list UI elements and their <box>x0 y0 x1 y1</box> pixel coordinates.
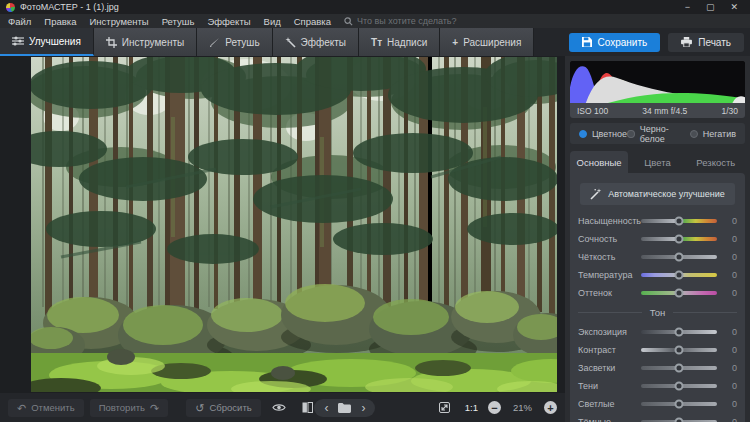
tab-retouch[interactable]: Ретушь <box>197 28 272 56</box>
auto-enhance-label: Автоматическое улучшение <box>608 189 724 199</box>
shadows-slider[interactable] <box>641 384 717 388</box>
tab-effects[interactable]: Эффекты <box>273 28 359 56</box>
panel-tab-basic[interactable]: Основные <box>570 151 628 173</box>
zoom-in-button[interactable]: + <box>544 401 557 414</box>
mode-negative[interactable]: Негатив <box>690 129 736 139</box>
slider-value: 0 <box>717 216 737 226</box>
prev-photo-button[interactable]: ‹ <box>324 401 328 415</box>
slider-value: 0 <box>717 252 737 262</box>
zoom-percent-value[interactable]: 21% <box>513 402 532 413</box>
tab-captions[interactable]: Tт Надписи <box>359 28 440 56</box>
vibrance-slider[interactable] <box>641 237 717 241</box>
slider-shadows: Тени 0 <box>578 378 737 393</box>
search-input[interactable] <box>357 16 517 26</box>
mode-color[interactable]: Цветное <box>579 129 627 139</box>
photo-preview <box>31 57 557 392</box>
folder-icon[interactable] <box>338 403 351 413</box>
slider-knob[interactable] <box>675 288 684 297</box>
panel-tab-sharpness[interactable]: Резкость <box>687 151 745 173</box>
radio-icon <box>690 130 698 138</box>
slider-label: Насыщенность <box>578 216 641 226</box>
save-button[interactable]: Сохранить <box>569 33 661 52</box>
menu-file[interactable]: Файл <box>8 16 31 27</box>
slider-label: Светлые <box>578 399 641 409</box>
menu-edit[interactable]: Правка <box>44 16 76 27</box>
menu-retouch[interactable]: Ретушь <box>162 16 195 27</box>
right-panel: ISO 100 34 mm f/4.5 1/30 Цветное Черно-б… <box>565 56 750 422</box>
slider-knob[interactable] <box>675 216 684 225</box>
close-icon[interactable]: ✕ <box>730 0 738 14</box>
print-button[interactable]: Печать <box>668 33 744 52</box>
iso-value: ISO 100 <box>577 106 608 116</box>
text-icon: Tт <box>371 37 382 48</box>
slider-knob[interactable] <box>675 399 684 408</box>
slider-knob[interactable] <box>675 327 684 336</box>
slider-knob[interactable] <box>675 345 684 354</box>
tab-enhancements[interactable]: Улучшения <box>0 28 94 56</box>
next-photo-button[interactable]: › <box>361 401 365 415</box>
slider-highlights: Засветки 0 <box>578 360 737 375</box>
reset-icon: ↺ <box>195 402 204 414</box>
search-icon <box>344 17 353 26</box>
slider-value: 0 <box>717 234 737 244</box>
highlights-slider[interactable] <box>641 366 717 370</box>
saturation-slider[interactable] <box>641 219 717 223</box>
minimize-icon[interactable]: − <box>685 0 690 14</box>
slider-value: 0 <box>717 363 737 373</box>
crop-icon <box>106 37 117 48</box>
tab-label: Ретушь <box>225 37 259 48</box>
redo-label: Повторить <box>99 402 145 414</box>
panel-tabs: Основные Цвета Резкость <box>570 151 745 173</box>
app-logo-icon <box>6 3 15 12</box>
slider-knob[interactable] <box>675 252 684 261</box>
slider-clarity: Чёткость 0 <box>578 249 737 264</box>
slider-label: Чёткость <box>578 252 641 262</box>
contrast-slider[interactable] <box>641 348 717 352</box>
slider-knob[interactable] <box>675 270 684 279</box>
slider-label: Тени <box>578 381 641 391</box>
slider-knob[interactable] <box>675 417 684 422</box>
menu-bar: Файл Правка Инструменты Ретушь Эффекты В… <box>0 14 750 28</box>
whites-slider[interactable] <box>641 402 717 406</box>
slider-knob[interactable] <box>675 381 684 390</box>
slider-vibrance: Сочность 0 <box>578 231 737 246</box>
printer-icon <box>681 37 692 47</box>
panel-body: Автоматическое улучшение Насыщенность 0 … <box>570 173 745 422</box>
slider-knob[interactable] <box>675 234 684 243</box>
slider-contrast: Контраст 0 <box>578 342 737 357</box>
slider-tint: Оттенок 0 <box>578 285 737 300</box>
maximize-icon[interactable]: ▢ <box>706 0 715 14</box>
tint-slider[interactable] <box>641 291 717 295</box>
tab-label: Эффекты <box>301 37 346 48</box>
temperature-slider[interactable] <box>641 273 717 277</box>
color-mode-box: Цветное Черно-белое Негатив <box>570 123 745 144</box>
menu-effects[interactable]: Эффекты <box>207 16 250 27</box>
slider-temperature: Температура 0 <box>578 267 737 282</box>
mode-color-label: Цветное <box>592 129 627 139</box>
print-label: Печать <box>698 37 731 48</box>
tab-tools[interactable]: Инструменты <box>94 28 197 56</box>
exposure-slider[interactable] <box>641 330 717 334</box>
undo-button[interactable]: ↶ Отменить <box>8 399 84 417</box>
mode-black-white[interactable]: Черно-белое <box>627 124 690 144</box>
fit-screen-button[interactable] <box>434 400 455 415</box>
reset-button[interactable]: ↺ Сбросить <box>186 399 260 417</box>
focal-aperture-value: 34 mm f/4.5 <box>642 106 687 116</box>
slider-value: 0 <box>717 270 737 280</box>
undo-icon: ↶ <box>17 402 26 414</box>
menu-tools[interactable]: Инструменты <box>89 16 148 27</box>
zoom-ratio-label[interactable]: 1:1 <box>465 402 478 413</box>
auto-enhance-button[interactable]: Автоматическое улучшение <box>580 183 734 205</box>
menu-view[interactable]: Вид <box>264 16 281 27</box>
zoom-out-button[interactable]: − <box>488 401 501 414</box>
clarity-slider[interactable] <box>641 255 717 259</box>
menu-help[interactable]: Справка <box>294 16 331 27</box>
histogram-plot <box>570 61 745 103</box>
slider-knob[interactable] <box>675 363 684 372</box>
brush-icon <box>209 37 220 48</box>
magic-wand-sparkle-icon <box>590 188 602 200</box>
slider-label: Экспозиция <box>578 327 641 337</box>
tab-extensions[interactable]: + Расширения <box>440 28 534 56</box>
panel-tab-colors[interactable]: Цвета <box>628 151 686 173</box>
redo-button[interactable]: Повторить ↷ <box>90 399 169 417</box>
